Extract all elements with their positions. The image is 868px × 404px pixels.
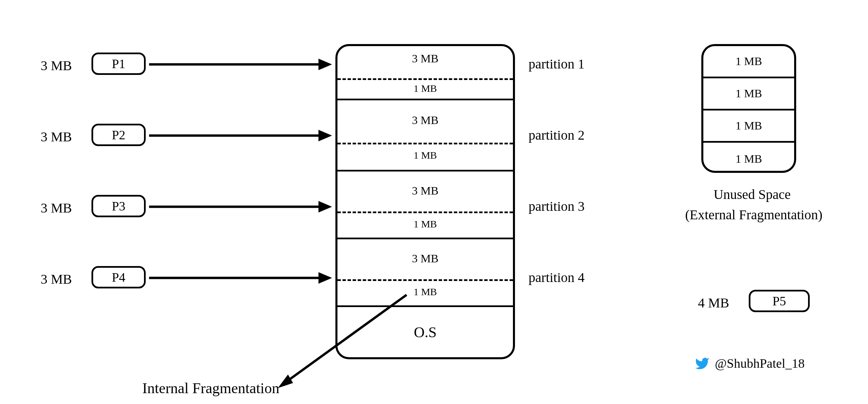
arrow-p2 bbox=[149, 127, 335, 147]
process-size-label: 3 MB bbox=[41, 200, 72, 216]
svg-marker-1 bbox=[318, 59, 332, 70]
process-size-label: 3 MB bbox=[41, 58, 72, 74]
process-name: P5 bbox=[772, 294, 786, 308]
unused-caption-2: (External Fragmentation) bbox=[654, 207, 854, 223]
arrow-p4 bbox=[149, 269, 335, 290]
unused-row: 1 MB bbox=[703, 110, 794, 143]
svg-marker-5 bbox=[318, 201, 332, 213]
process-name: P3 bbox=[112, 199, 125, 214]
process-box-p1: P1 bbox=[91, 53, 146, 75]
process-name: P4 bbox=[112, 270, 125, 285]
svg-marker-9 bbox=[278, 375, 293, 388]
partition-bottom-size: 1 MB bbox=[337, 218, 513, 230]
partition-3: 3 MB 1 MB bbox=[337, 171, 513, 239]
twitter-icon bbox=[695, 356, 710, 372]
process-box-p5: P5 bbox=[749, 290, 810, 312]
process-box-p3: P3 bbox=[91, 195, 146, 217]
unused-row: 1 MB bbox=[703, 78, 794, 110]
dash-divider bbox=[337, 279, 513, 281]
internal-fragmentation-arrow bbox=[271, 295, 413, 397]
svg-marker-7 bbox=[318, 272, 332, 284]
partition-2: 3 MB 1 MB bbox=[337, 100, 513, 171]
unused-caption-1: Unused Space bbox=[664, 186, 840, 202]
process-box-p4: P4 bbox=[91, 266, 146, 288]
partition-bottom-size: 1 MB bbox=[337, 83, 513, 94]
unused-row: 1 MB bbox=[703, 46, 794, 78]
unused-space-box: 1 MB 1 MB 1 MB 1 MB bbox=[701, 44, 796, 173]
dash-divider bbox=[337, 211, 513, 213]
partition-top-size: 3 MB bbox=[337, 252, 513, 265]
partition-label-1: partition 1 bbox=[529, 56, 585, 72]
partition-bottom-size: 1 MB bbox=[337, 149, 513, 161]
arrow-p1 bbox=[149, 56, 335, 76]
dash-divider bbox=[337, 78, 513, 80]
twitter-handle: @ShubhPatel_18 bbox=[715, 356, 805, 371]
internal-fragmentation-label: Internal Fragmentation bbox=[142, 380, 279, 398]
svg-line-8 bbox=[285, 295, 407, 383]
unused-row: 1 MB bbox=[703, 143, 794, 175]
partition-label-4: partition 4 bbox=[529, 269, 585, 285]
partition-top-size: 3 MB bbox=[337, 52, 513, 65]
waiting-process-size: 4 MB bbox=[698, 295, 729, 311]
process-size-label: 3 MB bbox=[41, 271, 72, 287]
arrow-p3 bbox=[149, 198, 335, 219]
process-box-p2: P2 bbox=[91, 124, 146, 146]
partition-1: 3 MB 1 MB bbox=[337, 46, 513, 100]
partition-top-size: 3 MB bbox=[337, 114, 513, 127]
os-label: O.S bbox=[414, 324, 436, 341]
process-name: P2 bbox=[112, 127, 125, 142]
svg-marker-3 bbox=[318, 130, 332, 141]
partition-label-2: partition 2 bbox=[529, 127, 585, 143]
process-size-label: 3 MB bbox=[41, 129, 72, 145]
partition-top-size: 3 MB bbox=[337, 184, 513, 197]
partition-label-3: partition 3 bbox=[529, 198, 585, 214]
process-name: P1 bbox=[112, 56, 125, 71]
dash-divider bbox=[337, 143, 513, 144]
